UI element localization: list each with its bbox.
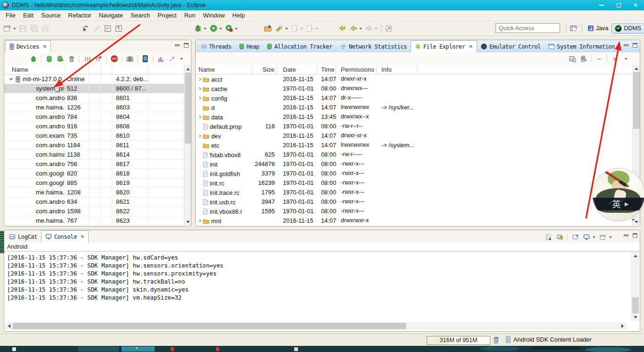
prev-annotation-dropdown[interactable] bbox=[315, 28, 318, 31]
chevron-down-icon[interactable] bbox=[9, 77, 13, 81]
tab-threads[interactable]: Threads bbox=[197, 41, 235, 52]
menu-file[interactable]: File bbox=[2, 11, 19, 20]
chevron-right-icon[interactable] bbox=[198, 219, 202, 223]
menu-help[interactable]: Help bbox=[229, 11, 249, 20]
back-dropdown[interactable] bbox=[359, 28, 362, 31]
open-console-dropdown[interactable] bbox=[609, 236, 612, 240]
windows-taskbar[interactable] bbox=[0, 346, 644, 352]
stop-process-button[interactable]: STOP bbox=[109, 54, 119, 64]
mark-occurrences-pen-button[interactable] bbox=[91, 23, 102, 34]
scrollbar-thumb[interactable] bbox=[633, 72, 640, 129]
minimize-button[interactable] bbox=[593, 0, 610, 10]
process-row[interactable]: com.examp7358610 bbox=[4, 131, 184, 141]
save-all-button[interactable] bbox=[28, 23, 40, 34]
file-row[interactable]: init.trace.rc 17951970-01-0108:00-rwxr-x… bbox=[196, 188, 632, 197]
file-row[interactable]: init.goldfish 33791970-01-0108:00-rwxr-x… bbox=[196, 169, 632, 178]
forward-button[interactable] bbox=[363, 23, 375, 34]
new-folder-button[interactable]: + bbox=[610, 54, 620, 64]
console-hscrollbar[interactable] bbox=[5, 322, 627, 330]
process-row[interactable]: com.andro7568617 bbox=[4, 159, 184, 169]
process-row[interactable]: me.haima.a7678623 bbox=[4, 216, 184, 226]
quick-access-input[interactable] bbox=[495, 23, 560, 33]
taskbar-item[interactable] bbox=[78, 346, 119, 352]
open-perspective-button[interactable] bbox=[568, 23, 580, 34]
maximize-view-icon[interactable] bbox=[633, 43, 637, 48]
forward-dropdown[interactable] bbox=[375, 28, 378, 31]
display-console-button[interactable] bbox=[581, 232, 592, 242]
scroll-down-icon[interactable] bbox=[632, 314, 639, 321]
next-annotation-button[interactable] bbox=[289, 23, 300, 34]
device-row[interactable]: mit-mi-127.0.0 Online 4.2.2, deb... bbox=[4, 75, 184, 84]
file-row[interactable]: mnt 2016-11-1514:07drwxrwxr-x bbox=[196, 216, 632, 226]
profile-dropdown[interactable] bbox=[235, 28, 238, 31]
scroll-right-icon[interactable] bbox=[619, 322, 627, 330]
threads-tracking-button[interactable] bbox=[93, 54, 104, 64]
tab-network-statistics[interactable]: Network Statistics bbox=[336, 41, 411, 52]
menu-window[interactable]: Window bbox=[199, 11, 229, 20]
process-row[interactable]: com.haima11388614 bbox=[4, 150, 184, 159]
tab-console[interactable]: Console ✕ bbox=[41, 230, 89, 243]
chevron-right-icon[interactable] bbox=[198, 77, 202, 81]
search-button[interactable] bbox=[274, 23, 285, 34]
show-whitespace-button[interactable]: ¶ bbox=[113, 23, 124, 34]
console-vscrollbar[interactable] bbox=[631, 252, 639, 321]
devices-table-header[interactable]: Name bbox=[4, 65, 191, 75]
minimize-view-icon[interactable] bbox=[624, 44, 628, 46]
file-row[interactable]: init.usb.rc 39471970-01-0108:00-rwxr-x--… bbox=[196, 197, 632, 207]
scroll-up-icon[interactable] bbox=[632, 252, 639, 259]
file-row[interactable]: cache 1970-01-0108:00drwxrwx--- bbox=[196, 84, 632, 93]
minimize-view-icon[interactable] bbox=[175, 44, 180, 46]
console-log[interactable]: [2016-11-15 15:37:36 - SDK Manager] hw.s… bbox=[4, 252, 631, 321]
file-row[interactable]: etc 2016-11-1514:07lrwxrwxrwx-> /system.… bbox=[196, 141, 632, 150]
menu-run[interactable]: Run bbox=[181, 11, 199, 20]
back-button[interactable] bbox=[348, 23, 359, 34]
new-wizard-button[interactable] bbox=[2, 23, 13, 34]
scroll-lock-button[interactable] bbox=[554, 232, 565, 242]
prev-annotation-button[interactable] bbox=[305, 23, 315, 34]
sysinfo-timeline-button[interactable] bbox=[167, 54, 177, 64]
screen-capture-button[interactable] bbox=[124, 54, 135, 64]
update-heap-button[interactable] bbox=[44, 54, 54, 64]
process-row[interactable]: com.andro11848611 bbox=[4, 141, 184, 150]
taskbar-icon[interactable] bbox=[171, 347, 174, 351]
debug-dropdown[interactable] bbox=[204, 28, 206, 31]
tab-system-information[interactable]: System Information bbox=[545, 41, 619, 52]
tab-file-explorer[interactable]: File Explorer ✕ bbox=[411, 40, 477, 52]
run-dropdown[interactable] bbox=[219, 28, 222, 31]
taskbar-icon[interactable] bbox=[294, 347, 298, 351]
pull-file-button[interactable] bbox=[567, 54, 578, 64]
method-profiling-button[interactable] bbox=[156, 54, 166, 64]
process-row[interactable]: com.andro6348621 bbox=[4, 197, 184, 207]
menu-project[interactable]: Project bbox=[154, 11, 180, 20]
file-row[interactable]: fstab.vbox8 6251970-01-0108:00-rw-r----- bbox=[196, 150, 632, 159]
chevron-right-icon[interactable] bbox=[198, 134, 202, 138]
display-console-dropdown[interactable] bbox=[593, 236, 595, 240]
update-threads-button[interactable] bbox=[82, 54, 92, 64]
heap-status[interactable]: 316M of 951M bbox=[427, 336, 490, 345]
close-icon[interactable]: ✕ bbox=[81, 234, 84, 239]
file-row[interactable]: acct 2016-11-1514:07drwxr-xr-x bbox=[196, 75, 632, 84]
menu-edit[interactable]: Edit bbox=[19, 11, 37, 20]
floating-badge-avatar[interactable]: ·' 英 ▶ bbox=[593, 168, 644, 220]
push-file-button[interactable] bbox=[578, 54, 589, 64]
run-button[interactable] bbox=[208, 23, 219, 34]
file-row[interactable]: default.prop 1161970-01-0108:00-rw-r--r-… bbox=[196, 122, 632, 131]
process-row[interactable]: com.andro8368601 bbox=[4, 93, 184, 103]
floating-badge[interactable]: ·' 英 ▶ bbox=[593, 168, 644, 223]
minimized-view-strip[interactable] bbox=[0, 231, 4, 253]
close-button[interactable]: ✕ bbox=[627, 0, 644, 10]
delete-file-button[interactable]: − bbox=[594, 54, 604, 64]
process-row[interactable]: com.andro9168608 bbox=[4, 122, 184, 131]
clear-console-button[interactable] bbox=[543, 232, 553, 242]
devices-view-menu-dropdown[interactable] bbox=[180, 58, 183, 61]
explorer-table-header[interactable]: Name Size Date Time Permissions Info bbox=[196, 65, 640, 75]
maximize-view-icon[interactable] bbox=[184, 43, 189, 48]
scrollbar-thumb[interactable] bbox=[185, 73, 191, 143]
process-row[interactable]: com.andro15988622 bbox=[4, 207, 184, 216]
last-edit-location-button[interactable] bbox=[337, 23, 348, 34]
minimize-view-icon[interactable] bbox=[624, 235, 628, 236]
menu-search[interactable]: Search bbox=[127, 11, 154, 20]
close-icon[interactable]: ✕ bbox=[43, 44, 47, 49]
explorer-view-menu-dropdown[interactable] bbox=[625, 58, 627, 61]
save-button[interactable] bbox=[17, 23, 28, 34]
